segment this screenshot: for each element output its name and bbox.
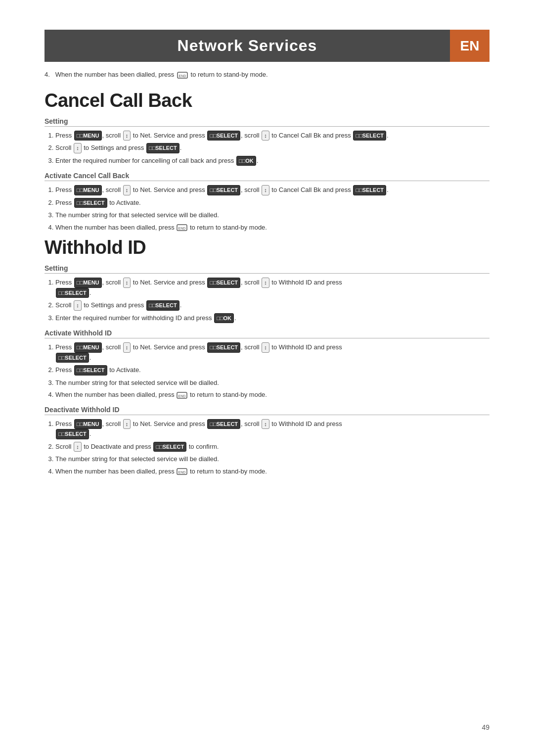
list-item: Press □□SELECT to Activate.	[55, 198, 490, 208]
intro-item4: 4. When the number has been dialled, pre…	[44, 71, 490, 79]
list-item: Press □□MENU, scroll ↕ to Net. Service a…	[55, 419, 490, 439]
activate-cancel-call-back: Activate Cancel Call Back Press □□MENU, …	[44, 172, 490, 232]
list-item: Press □□MENU, scroll ↕ to Net. Service a…	[55, 278, 490, 298]
list-item: Scroll ↕ to Deactivate and press □□SELEC…	[55, 442, 490, 452]
select-key: □□SELECT	[353, 131, 386, 141]
list-item: When the number has been dialled, press …	[55, 223, 490, 233]
header-bar: Network Services EN	[44, 30, 490, 62]
scroll-key: ↕	[74, 300, 82, 311]
deactivate-withhold-id-heading: Deactivate Withhold ID	[44, 406, 490, 415]
scroll-key: ↕	[74, 442, 82, 452]
ok-key: □□OK	[214, 313, 234, 324]
select-key: □□SELECT	[146, 143, 179, 153]
select-key: □□SELECT	[56, 429, 89, 439]
activate-withhold-id: Activate Withhold ID Press □□MENU, scrol…	[44, 329, 490, 400]
select-key: □□SELECT	[353, 185, 386, 195]
list-item: When the number has been dialled, press …	[55, 467, 490, 476]
withhold-id-setting-list: Press □□MENU, scroll ↕ to Net. Service a…	[55, 278, 490, 323]
scroll-key: ↕	[262, 278, 269, 288]
list-item: The number string for that selected serv…	[55, 210, 490, 220]
withhold-id-setting: Setting Press □□MENU, scroll ↕ to Net. S…	[44, 264, 490, 323]
svg-text:END: END	[179, 74, 186, 77]
deactivate-withhold-id: Deactivate Withhold ID Press □□MENU, scr…	[44, 406, 490, 476]
select-key: □□SELECT	[146, 300, 179, 311]
scroll-key: ↕	[123, 131, 131, 141]
menu-key: □□MENU	[74, 419, 102, 429]
select-key: □□SELECT	[153, 442, 186, 452]
list-item: Enter the required number for cancelling…	[55, 156, 490, 166]
end-key-icon: END	[176, 224, 188, 232]
select-key: □□SELECT	[74, 365, 107, 376]
list-item: Press □□MENU, scroll ↕ to Net. Service a…	[55, 342, 490, 363]
svg-text:END: END	[178, 471, 186, 474]
activate-withhold-id-list: Press □□MENU, scroll ↕ to Net. Service a…	[55, 342, 490, 400]
list-item: The number string for that selected serv…	[55, 454, 490, 464]
menu-key: □□MENU	[74, 185, 102, 195]
select-key: □□SELECT	[207, 419, 240, 429]
scroll-key: ↕	[74, 143, 82, 153]
page-number: 49	[482, 723, 490, 731]
deactivate-withhold-id-list: Press □□MENU, scroll ↕ to Net. Service a…	[55, 419, 490, 476]
scroll-key: ↕	[123, 342, 131, 353]
menu-key: □□MENU	[74, 131, 102, 141]
select-key: □□SELECT	[56, 353, 89, 363]
list-item: Scroll ↕ to Settings and press □□SELECT.	[55, 143, 490, 153]
list-item: The number string for that selected serv…	[55, 378, 490, 388]
cancel-call-back-setting: Setting Press □□MENU, scroll ↕ to Net. S…	[44, 117, 490, 166]
scroll-key: ↕	[262, 419, 269, 429]
activate-withhold-id-heading: Activate Withhold ID	[44, 329, 490, 338]
list-item: When the number has been dialled, press …	[55, 390, 490, 400]
list-item: Scroll ↕ to Settings and press □□SELECT.	[55, 300, 490, 311]
withhold-id-section: Withhold ID Setting Press □□MENU, scroll…	[44, 237, 490, 476]
activate-cancel-call-back-heading: Activate Cancel Call Back	[44, 172, 490, 181]
list-item: Enter the required number for withholdin…	[55, 313, 490, 324]
scroll-key: ↕	[262, 342, 269, 353]
menu-key: □□MENU	[74, 342, 102, 353]
header-title: Network Services	[44, 30, 450, 62]
page: Network Services EN 4. When the number h…	[0, 0, 534, 756]
select-key: □□SELECT	[56, 288, 89, 298]
menu-key: □□MENU	[74, 278, 102, 288]
withhold-id-title: Withhold ID	[44, 237, 490, 258]
end-key-icon: END	[176, 71, 191, 78]
list-item: Press □□MENU, scroll ↕ to Net. Service a…	[55, 131, 490, 141]
cancel-call-back-setting-list: Press □□MENU, scroll ↕ to Net. Service a…	[55, 131, 490, 166]
list-item: Press □□SELECT to Activate.	[55, 365, 490, 376]
select-key: □□SELECT	[207, 185, 240, 195]
svg-text:END: END	[178, 394, 186, 397]
withhold-id-setting-heading: Setting	[44, 264, 490, 274]
list-item: Press □□MENU, scroll ↕ to Net. Service a…	[55, 185, 490, 195]
end-key-icon: END	[176, 391, 188, 399]
svg-text:END: END	[178, 227, 186, 230]
scroll-key: ↕	[123, 278, 131, 288]
scroll-key: ↕	[262, 185, 269, 195]
scroll-key: ↕	[123, 419, 131, 429]
ok-key: □□OK	[236, 156, 256, 166]
end-key-icon: END	[176, 468, 188, 475]
header-lang: EN	[450, 30, 490, 62]
cancel-call-back-title: Cancel Call Back	[44, 90, 490, 111]
activate-cancel-call-back-list: Press □□MENU, scroll ↕ to Net. Service a…	[55, 185, 490, 232]
scroll-key: ↕	[262, 131, 269, 141]
cancel-call-back-setting-heading: Setting	[44, 117, 490, 127]
scroll-key: ↕	[123, 185, 131, 195]
cancel-call-back-section: Cancel Call Back Setting Press □□MENU, s…	[44, 90, 490, 233]
select-key: □□SELECT	[207, 278, 240, 288]
select-key: □□SELECT	[74, 198, 107, 208]
select-key: □□SELECT	[207, 342, 240, 353]
select-key: □□SELECT	[207, 131, 240, 141]
